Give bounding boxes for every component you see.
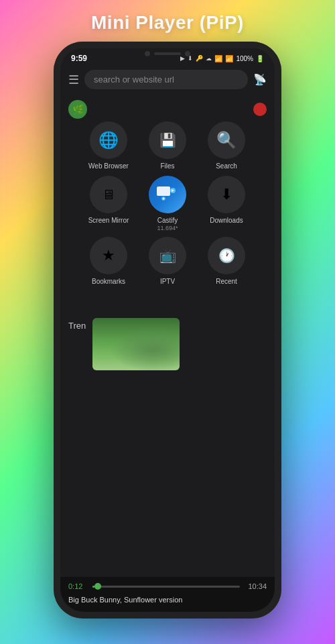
wifi-icon: 📶 — [214, 55, 222, 62]
screen-mirror-label: Screen Mirror — [88, 217, 129, 225]
phone-wrapper: 9:59 ▶ ⬇ 🔑 ☁ 📶 📶 100% 🔋 ☰ search or webs… — [54, 42, 281, 619]
page-title: Mini Player (PiP) — [91, 12, 244, 34]
media-player: 0:12 10:34 Big Buck Bunny, Sunflower ver… — [60, 577, 275, 612]
progress-bar-container: 0:12 10:34 — [68, 582, 267, 590]
search-icon: 🔍 — [208, 121, 245, 159]
progress-dot — [94, 583, 101, 590]
web-browser-icon: 🌐 — [90, 121, 127, 159]
apps-row-1: 🌐 Web Browser 💾 Files 🔍 Search — [66, 121, 269, 170]
search-bar-container: ☰ search or website url 📡 — [60, 66, 275, 93]
search-label: Search — [216, 162, 237, 170]
progress-track[interactable] — [92, 586, 240, 588]
apps-row-3: ★ Bookmarks 📺 IPTV 🕐 Recent — [66, 237, 269, 286]
iptv-label: IPTV — [160, 278, 175, 286]
iptv-icon: 📺 — [149, 237, 186, 274]
app-iptv[interactable]: 📺 IPTV — [143, 237, 192, 286]
app-web-browser[interactable]: 🌐 Web Browser — [84, 121, 133, 170]
downloads-icon: ⬇ — [208, 176, 245, 213]
castify-label: Castify — [157, 217, 178, 225]
apps-area: 🌿 🌐 Web Browser 💾 Files 🔍 Search — [60, 93, 275, 314]
battery-text: 100% — [236, 55, 253, 62]
search-bar-row: ☰ search or website url 📡 — [68, 70, 267, 89]
apps-row-2: 🖥 Screen Mirror Castify 11.6 — [66, 176, 269, 231]
trending-thumbnail[interactable] — [92, 318, 180, 370]
signal-icon: 📶 — [225, 55, 233, 62]
status-time: 9:59 — [71, 54, 87, 63]
svg-point-4 — [163, 198, 165, 200]
castify-icon — [149, 176, 186, 213]
castify-sublabel: 11.694* — [157, 225, 178, 231]
cast-icon[interactable]: 📡 — [253, 73, 267, 86]
notification-wrapper: 🌿 — [68, 100, 87, 119]
recent-icon: 🕐 — [208, 237, 245, 274]
green-dot-icon: 🌿 — [68, 100, 87, 119]
status-icons: ▶ ⬇ 🔑 ☁ 📶 📶 100% 🔋 — [180, 55, 264, 62]
notif-badge — [253, 103, 267, 116]
apps-top-row: 🌿 — [66, 100, 269, 119]
screen-mirror-icon: 🖥 — [90, 176, 127, 213]
app-downloads[interactable]: ⬇ Downloads — [202, 176, 251, 231]
phone-screen: 9:59 ▶ ⬇ 🔑 ☁ 📶 📶 100% 🔋 ☰ search or webs… — [60, 48, 275, 612]
app-search[interactable]: 🔍 Search — [202, 121, 251, 170]
app-recent[interactable]: 🕐 Recent — [202, 237, 251, 286]
trending-label: Tren — [68, 318, 86, 331]
recent-label: Recent — [216, 278, 237, 286]
downloads-label: Downloads — [210, 217, 243, 225]
vpn-icon: 🔑 — [196, 55, 203, 62]
svg-rect-0 — [157, 186, 170, 196]
app-bookmarks[interactable]: ★ Bookmarks — [84, 237, 133, 286]
app-castify[interactable]: Castify 11.694* — [143, 176, 192, 231]
bookmarks-label: Bookmarks — [92, 278, 125, 286]
trending-section: Tren — [60, 314, 275, 370]
bookmarks-icon: ★ — [90, 237, 127, 274]
media-title: Big Buck Bunny, Sunflower version — [68, 596, 182, 604]
menu-icon[interactable]: ☰ — [68, 72, 79, 87]
time-start: 0:12 — [68, 582, 87, 590]
battery-icon: 🔋 — [256, 55, 264, 62]
camera-area — [145, 51, 190, 56]
time-end: 10:34 — [245, 582, 267, 590]
app-files[interactable]: 💾 Files — [143, 121, 192, 170]
url-search-bar[interactable]: search or website url — [84, 70, 248, 89]
app-screen-mirror[interactable]: 🖥 Screen Mirror — [84, 176, 133, 231]
files-icon: 💾 — [149, 121, 186, 159]
web-browser-label: Web Browser — [88, 162, 129, 170]
files-label: Files — [160, 162, 174, 170]
cloud-icon: ☁ — [206, 55, 212, 62]
